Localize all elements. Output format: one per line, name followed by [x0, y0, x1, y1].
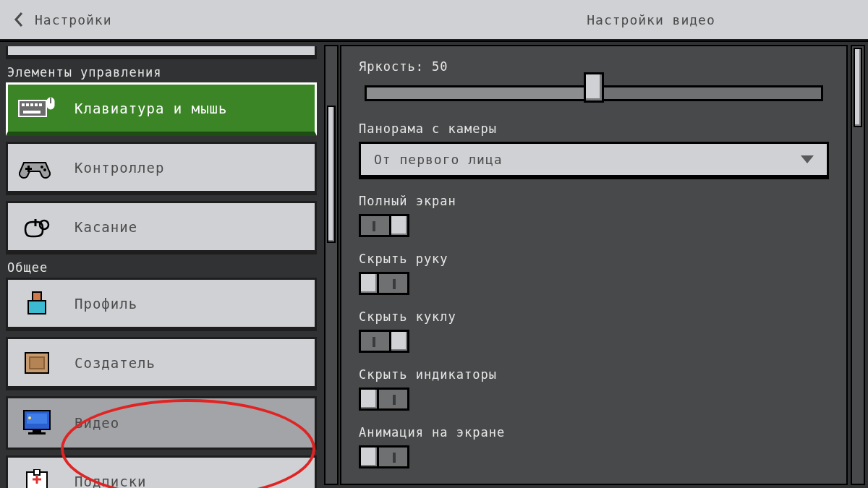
sidebar-item-label: Касание	[75, 219, 137, 235]
camera-perspective-dropdown[interactable]: От первого лица	[359, 142, 829, 179]
sidebar-item-label: Клавиатура и мышь	[75, 100, 227, 116]
sidebar-item-label: Контроллер	[75, 160, 164, 176]
sidebar-item-label: Подписки	[75, 474, 147, 489]
svg-rect-22	[28, 432, 46, 435]
panel-scrollbar-thumb[interactable]	[854, 48, 862, 127]
svg-point-20	[28, 416, 31, 419]
controller-icon	[18, 153, 56, 182]
sidebar-item-controller[interactable]: Контроллер	[6, 142, 317, 195]
svg-rect-10	[25, 168, 32, 170]
svg-rect-24	[34, 469, 40, 475]
svg-rect-2	[26, 103, 29, 106]
brightness-slider[interactable]	[359, 80, 829, 107]
sidebar-item-partial[interactable]	[6, 46, 317, 59]
profile-icon	[18, 289, 56, 318]
video-icon	[18, 408, 56, 437]
sidebar-item-subscriptions[interactable]: Подписки	[6, 455, 317, 488]
svg-rect-0	[19, 100, 46, 116]
panel-scrollbar[interactable]	[851, 45, 865, 485]
sidebar-item-profile[interactable]: Профиль	[6, 278, 317, 331]
sidebar-section-general: Общее	[7, 260, 317, 275]
sidebar-section-controls: Элементы управления	[7, 65, 317, 80]
touch-icon	[18, 213, 56, 241]
hide-hud-label: Скрыть индикаторы	[359, 367, 829, 382]
svg-point-11	[41, 166, 43, 168]
camera-perspective-label: Панорама с камеры	[359, 121, 829, 136]
svg-rect-21	[33, 429, 41, 432]
hide-hand-toggle[interactable]	[359, 272, 409, 295]
page-title: Настройки видео	[434, 0, 868, 39]
sidebar-item-label: Создатель	[75, 355, 156, 371]
header-bar: Настройки Настройки видео	[0, 0, 868, 40]
chevron-left-icon	[13, 11, 25, 28]
sidebar-scrollbar-thumb[interactable]	[327, 106, 336, 243]
video-settings-panel: Яркость: 50 Панорама с камеры От первого…	[340, 45, 848, 485]
creator-icon	[18, 348, 56, 377]
brightness-label: Яркость: 50	[359, 59, 829, 74]
svg-rect-3	[30, 103, 33, 106]
back-button[interactable]: Настройки	[0, 11, 112, 28]
svg-rect-15	[28, 301, 46, 314]
fullscreen-toggle[interactable]	[359, 214, 409, 237]
sidebar-item-video[interactable]: Видео	[6, 396, 317, 450]
dropdown-value: От первого лица	[374, 152, 503, 167]
screen-animation-label: Анимация на экране	[359, 425, 829, 440]
svg-point-12	[43, 168, 46, 171]
hide-hud-toggle[interactable]	[359, 388, 409, 411]
svg-rect-5	[39, 103, 42, 106]
svg-rect-4	[35, 103, 38, 106]
hide-doll-toggle[interactable]	[359, 330, 409, 353]
sidebar-item-label: Профиль	[75, 296, 137, 312]
sidebar-scrollbar[interactable]	[324, 45, 339, 485]
subscriptions-icon	[18, 467, 56, 489]
chevron-down-icon	[801, 155, 814, 163]
svg-rect-6	[23, 111, 41, 114]
settings-sidebar: Элементы управления Клавиатура и мышь	[0, 42, 340, 488]
svg-rect-14	[33, 292, 41, 301]
sidebar-item-label: Видео	[75, 415, 119, 431]
fullscreen-label: Полный экран	[359, 194, 829, 208]
slider-handle[interactable]	[584, 72, 604, 103]
hide-doll-label: Скрыть куклу	[359, 309, 829, 324]
sidebar-item-creator[interactable]: Создатель	[6, 337, 317, 390]
hide-hand-label: Скрыть руку	[359, 252, 829, 266]
sidebar-item-touch[interactable]: Касание	[6, 201, 317, 254]
screen-animation-toggle[interactable]	[359, 445, 409, 468]
svg-rect-1	[22, 103, 25, 106]
sidebar-item-keyboard-mouse[interactable]: Клавиатура и мышь	[6, 82, 317, 136]
keyboard-mouse-icon	[18, 94, 56, 123]
svg-point-13	[40, 221, 48, 229]
back-label: Настройки	[35, 12, 112, 27]
svg-rect-17	[30, 357, 44, 369]
